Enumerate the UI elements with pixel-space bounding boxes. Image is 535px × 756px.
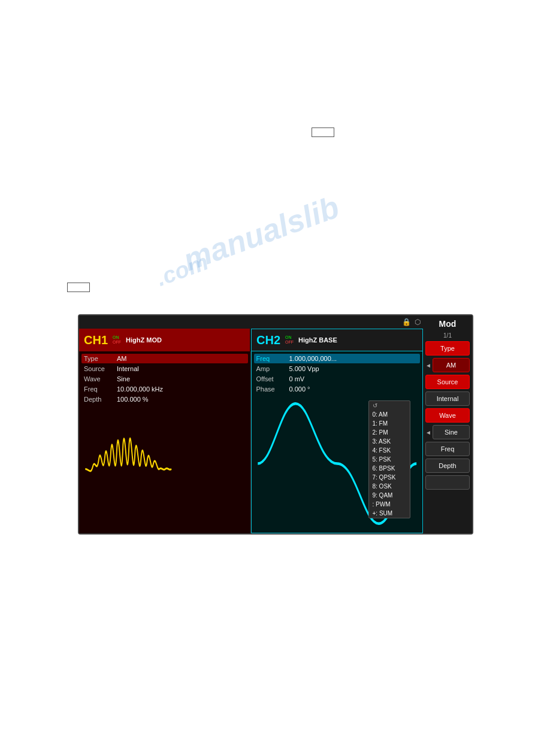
small-rect-top bbox=[312, 127, 334, 137]
dropdown-item-4fsk[interactable]: 4: FSK bbox=[369, 446, 410, 455]
blank-button bbox=[425, 475, 470, 490]
main-display-area: 🔒 ⬡ CH1 ON OFF HighZ MOD CH2 ON OFF High… bbox=[79, 315, 423, 533]
ch2-label: CH2 bbox=[256, 333, 280, 347]
ch2-offset-row[interactable]: Offset 0 mV bbox=[254, 374, 421, 384]
dropdown-item-1fm[interactable]: 1: FM bbox=[369, 419, 410, 428]
type-dropdown: ↺ 0: AM 1: FM 2: PM 3: ASK 4: FSK 5: PSK… bbox=[368, 400, 410, 518]
channels-content: Type AM Source Internal Wave Sine Freq 1… bbox=[79, 351, 423, 533]
ch2-amp-row[interactable]: Amp 5.000 Vpp bbox=[254, 364, 421, 374]
sine-chevron-left[interactable]: ◄ bbox=[425, 429, 431, 436]
dropdown-item-7qpsk[interactable]: 7: QPSK bbox=[369, 473, 410, 482]
sidebar-page: 1/1 bbox=[425, 332, 470, 339]
ch1-on: ON bbox=[113, 335, 121, 340]
ch1-waveform bbox=[81, 407, 248, 531]
lock-icon: 🔒 bbox=[402, 318, 411, 326]
am-chevron-left[interactable]: ◄ bbox=[425, 362, 431, 369]
dropdown-item-8osk[interactable]: 8: OSK bbox=[369, 482, 410, 491]
dropdown-item-9qam[interactable]: 9: QAM bbox=[369, 491, 410, 500]
ch2-off: OFF bbox=[285, 340, 294, 345]
ch1-freq-value: 10.000,000 kHz bbox=[117, 385, 246, 393]
ch1-waveform-svg bbox=[81, 407, 248, 531]
watermark-text: manualslib bbox=[179, 189, 344, 278]
internal-button[interactable]: Internal bbox=[425, 391, 470, 406]
ch1-source-value: Internal bbox=[117, 365, 246, 372]
ch2-header[interactable]: CH2 ON OFF HighZ BASE bbox=[251, 329, 423, 351]
channel-headers: CH1 ON OFF HighZ MOD CH2 ON OFF HighZ BA… bbox=[79, 329, 423, 351]
ch2-phase-row[interactable]: Phase 0.000 ° bbox=[254, 384, 421, 394]
ch2-on: ON bbox=[285, 335, 294, 340]
ch1-type-row[interactable]: Type AM bbox=[81, 354, 248, 363]
ch2-phase-value: 0.000 ° bbox=[289, 385, 418, 393]
dropdown-item-5psk[interactable]: 5: PSK bbox=[369, 455, 410, 464]
dropdown-spinner: ↺ bbox=[369, 401, 410, 410]
ch2-on-off: ON OFF bbox=[285, 335, 294, 344]
right-sidebar: Mod 1/1 Type ◄ AM Source Internal Wave ◄… bbox=[423, 315, 472, 533]
depth-button[interactable]: Depth bbox=[425, 459, 470, 473]
ch1-wave-label: Wave bbox=[84, 375, 117, 382]
sine-button[interactable]: Sine bbox=[433, 425, 470, 439]
ch1-panel: Type AM Source Internal Wave Sine Freq 1… bbox=[79, 351, 251, 533]
dropdown-item-3ask[interactable]: 3: ASK bbox=[369, 437, 410, 446]
ch2-freq-label: Freq bbox=[256, 355, 289, 362]
ch2-offset-label: Offset bbox=[256, 375, 289, 382]
am-button-row: ◄ AM bbox=[425, 358, 470, 372]
ch1-depth-value: 100.000 % bbox=[117, 396, 246, 403]
ch1-source-label: Source bbox=[84, 365, 117, 372]
status-bar: 🔒 ⬡ bbox=[79, 315, 423, 329]
wave-button[interactable]: Wave bbox=[425, 408, 470, 423]
ch1-mode: HighZ MOD bbox=[126, 336, 162, 344]
ch1-label: CH1 bbox=[84, 333, 108, 347]
ch2-amp-label: Amp bbox=[256, 365, 289, 372]
am-button[interactable]: AM bbox=[433, 358, 470, 372]
ch2-mode: HighZ BASE bbox=[298, 336, 337, 344]
ch1-freq-label: Freq bbox=[84, 385, 117, 393]
source-button[interactable]: Source bbox=[425, 375, 470, 389]
ch2-panel: Freq 1.000,000,000... Amp 5.000 Vpp Offs… bbox=[251, 351, 424, 533]
usb-icon: ⬡ bbox=[415, 318, 421, 326]
ch1-type-value: AM bbox=[117, 355, 246, 362]
ch1-freq-row[interactable]: Freq 10.000,000 kHz bbox=[81, 384, 248, 394]
ch1-on-off: ON OFF bbox=[113, 335, 121, 344]
sidebar-title: Mod bbox=[425, 318, 470, 330]
ch2-freq-row[interactable]: Freq 1.000,000,000... bbox=[254, 354, 421, 363]
instrument-screen: 🔒 ⬡ CH1 ON OFF HighZ MOD CH2 ON OFF High… bbox=[78, 314, 473, 535]
dropdown-item-sum[interactable]: +: SUM bbox=[369, 509, 410, 518]
ch1-wave-row[interactable]: Wave Sine bbox=[81, 374, 248, 384]
dropdown-item-6bpsk[interactable]: 6: BPSK bbox=[369, 464, 410, 473]
ch2-amp-value: 5.000 Vpp bbox=[289, 365, 418, 372]
dropdown-item-pwm[interactable]: : PWM bbox=[369, 500, 410, 509]
ch1-header[interactable]: CH1 ON OFF HighZ MOD bbox=[79, 329, 250, 351]
ch2-freq-value: 1.000,000,000... bbox=[289, 355, 418, 362]
sine-button-row: ◄ Sine bbox=[425, 425, 470, 439]
dropdown-item-2pm[interactable]: 2: PM bbox=[369, 428, 410, 437]
ch1-type-label: Type bbox=[84, 355, 117, 362]
ch1-wave-value: Sine bbox=[117, 375, 246, 382]
watermark-subtext: .com bbox=[153, 249, 211, 292]
freq-button[interactable]: Freq bbox=[425, 442, 470, 456]
ch2-phase-label: Phase bbox=[256, 385, 289, 393]
small-rect-mid bbox=[67, 283, 90, 292]
ch1-source-row[interactable]: Source Internal bbox=[81, 364, 248, 374]
ch1-depth-row[interactable]: Depth 100.000 % bbox=[81, 394, 248, 404]
ch1-depth-label: Depth bbox=[84, 396, 117, 403]
type-button[interactable]: Type bbox=[425, 341, 470, 356]
dropdown-item-0am[interactable]: 0: AM bbox=[369, 410, 410, 419]
ch2-offset-value: 0 mV bbox=[289, 375, 418, 382]
ch1-off: OFF bbox=[113, 340, 121, 345]
